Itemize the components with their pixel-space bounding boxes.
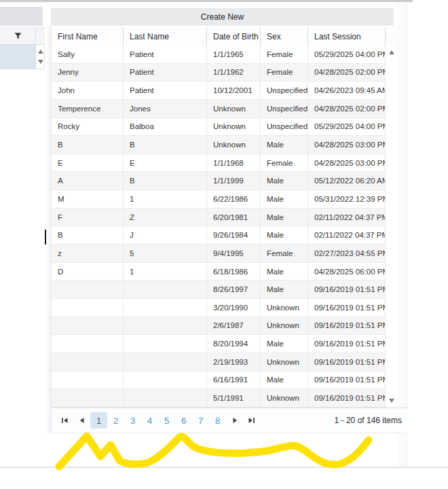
column-header[interactable]: Last Name bbox=[124, 27, 207, 46]
grid-scroll-up-icon[interactable] bbox=[389, 50, 394, 54]
page-button-4[interactable]: 4 bbox=[141, 412, 158, 429]
page-button-7[interactable]: 7 bbox=[192, 412, 209, 429]
grid-body: SallyPatient1/1/1965Female05/29/2025 04:… bbox=[52, 46, 386, 408]
table-cell bbox=[124, 335, 207, 352]
table-row[interactable]: BBUnknownMale04/28/2025 03:00 PM bbox=[52, 136, 386, 154]
table-cell: Unknown bbox=[207, 118, 261, 136]
left-selected-row[interactable] bbox=[0, 45, 35, 69]
table-cell: Female bbox=[261, 64, 308, 82]
table-cell: Male bbox=[261, 209, 308, 226]
table-row[interactable]: 8/26/1997Male09/16/2019 01:51 PM bbox=[52, 280, 386, 299]
table-cell: 1/1/1968 bbox=[207, 154, 261, 172]
first-page-button[interactable] bbox=[56, 412, 73, 429]
table-cell: Female bbox=[261, 46, 308, 63]
table-cell: Female bbox=[261, 244, 308, 262]
page-button-3[interactable]: 3 bbox=[124, 412, 141, 429]
table-cell: Unknown bbox=[207, 136, 261, 153]
table-cell bbox=[124, 299, 207, 316]
first-page-icon bbox=[61, 417, 69, 424]
table-cell bbox=[52, 280, 124, 298]
table-row[interactable]: D16/18/1986Male04/28/2025 06:00 PM bbox=[52, 263, 386, 281]
top-border-bar bbox=[0, 0, 413, 2]
table-cell: Temperence bbox=[52, 100, 124, 117]
table-row[interactable]: 2/6/1987Unknown09/16/2019 01:51 PM bbox=[52, 317, 386, 336]
next-page-button[interactable] bbox=[226, 412, 243, 429]
table-row[interactable]: M16/22/1986Male05/31/2022 12:39 PM bbox=[52, 190, 386, 209]
left-panel-scrollbar[interactable] bbox=[35, 45, 45, 69]
table-row[interactable]: JohnPatient10/12/2001Unspecified04/26/20… bbox=[52, 82, 386, 100]
table-cell: Rocky bbox=[52, 118, 124, 136]
table-cell: A bbox=[52, 172, 124, 189]
table-row[interactable]: z59/4/1995Female02/27/2023 04:55 PM bbox=[52, 244, 386, 263]
page-button-6[interactable]: 6 bbox=[175, 412, 192, 429]
pager-pages: 12345678 bbox=[90, 412, 226, 429]
table-cell: 9/4/1995 bbox=[207, 244, 261, 262]
table-cell: 10/12/2001 bbox=[207, 82, 261, 99]
table-cell: 05/29/2025 04:00 PM bbox=[308, 46, 386, 63]
table-cell: Patient bbox=[124, 46, 207, 63]
table-cell bbox=[52, 299, 124, 316]
table-cell: 8/20/1994 bbox=[207, 335, 261, 352]
create-new-button[interactable]: Create New bbox=[51, 8, 394, 26]
scroll-down-icon[interactable] bbox=[38, 60, 43, 64]
column-header[interactable]: Date of Birth bbox=[207, 27, 261, 46]
bottom-border-line bbox=[0, 467, 448, 468]
pager-info: 1 - 20 of 146 items bbox=[335, 408, 402, 433]
table-cell: Patient bbox=[124, 64, 207, 82]
left-toolbar-block bbox=[0, 7, 43, 26]
grid-header-row: First NameLast NameDate of BirthSexLast … bbox=[52, 27, 398, 46]
table-cell: Unspecified bbox=[261, 118, 308, 136]
table-row[interactable]: RockyBalboaUnknownUnspecified05/29/2025 … bbox=[52, 118, 386, 137]
table-cell: 6/16/1991 bbox=[207, 372, 261, 389]
table-cell: 1/1/1962 bbox=[207, 64, 261, 82]
table-row[interactable]: FZ6/20/1981Male02/11/2022 04:37 PM bbox=[52, 209, 386, 227]
scroll-up-icon[interactable] bbox=[38, 50, 43, 54]
table-cell: 09/16/2019 01:51 PM bbox=[308, 317, 386, 335]
filter-button[interactable] bbox=[0, 28, 36, 44]
grid-scrollbar[interactable] bbox=[386, 46, 398, 408]
table-cell: 09/16/2019 01:51 PM bbox=[308, 299, 386, 316]
page-button-5[interactable]: 5 bbox=[158, 412, 175, 429]
table-cell: 02/27/2023 04:55 PM bbox=[308, 244, 386, 262]
table-row[interactable]: BJ9/26/1984Male02/11/2022 04:37 PM bbox=[52, 226, 386, 244]
table-cell: 09/16/2019 01:51 PM bbox=[308, 372, 386, 389]
column-header[interactable]: Last Session bbox=[308, 27, 386, 46]
page-button-2[interactable]: 2 bbox=[107, 412, 124, 429]
table-cell: Z bbox=[124, 209, 207, 226]
table-row[interactable]: SallyPatient1/1/1965Female05/29/2025 04:… bbox=[52, 46, 386, 64]
table-row[interactable]: 5/1/1991Unknown09/16/2019 01:51 PM bbox=[52, 389, 386, 408]
table-row[interactable]: 3/20/1990Unknown09/16/2019 01:51 PM bbox=[52, 299, 386, 317]
table-row[interactable]: AB1/1/1999Male05/12/2022 06:20 AM bbox=[52, 172, 386, 190]
previous-page-button[interactable] bbox=[73, 412, 90, 429]
table-row[interactable]: 2/19/1993Unknown09/16/2019 01:51 PM bbox=[52, 353, 386, 372]
page-button-1[interactable]: 1 bbox=[90, 412, 107, 429]
table-cell: 1/1/1999 bbox=[207, 172, 261, 189]
page-button-8[interactable]: 8 bbox=[209, 412, 226, 429]
table-cell: Male bbox=[261, 335, 308, 352]
table-cell: 2/6/1987 bbox=[207, 317, 261, 335]
table-cell: Jenny bbox=[52, 64, 124, 82]
table-row[interactable]: TemperenceJonesUnknownUnspecified04/28/2… bbox=[52, 100, 386, 118]
table-cell: 09/16/2019 01:51 PM bbox=[308, 389, 386, 407]
table-cell: F bbox=[52, 209, 124, 226]
table-row[interactable]: 8/20/1994Male09/16/2019 01:51 PM bbox=[52, 335, 386, 353]
table-cell: Unknown bbox=[261, 299, 308, 316]
table-cell: 1 bbox=[124, 190, 207, 208]
table-cell bbox=[124, 372, 207, 389]
table-row[interactable]: 6/16/1991Male09/16/2019 01:51 PM bbox=[52, 372, 386, 390]
last-page-button[interactable] bbox=[243, 412, 260, 429]
table-cell: J bbox=[124, 226, 207, 244]
table-cell: 04/28/2025 02:00 PM bbox=[308, 64, 386, 82]
table-cell: Unknown bbox=[261, 317, 308, 335]
table-cell: Sally bbox=[52, 46, 124, 63]
table-row[interactable]: JennyPatient1/1/1962Female04/28/2025 02:… bbox=[52, 64, 386, 82]
table-cell: 6/18/1986 bbox=[207, 263, 261, 280]
table-cell bbox=[52, 389, 124, 407]
column-header[interactable]: Sex bbox=[261, 27, 308, 46]
column-header[interactable]: First Name bbox=[52, 27, 124, 46]
table-row[interactable]: EE1/1/1968Female04/28/2025 03:00 PM bbox=[52, 154, 386, 173]
grid-scroll-down-icon[interactable] bbox=[389, 399, 394, 403]
table-cell: 04/28/2025 03:00 PM bbox=[308, 136, 386, 153]
previous-page-icon bbox=[79, 417, 85, 424]
right-padding-strip bbox=[397, 2, 407, 467]
